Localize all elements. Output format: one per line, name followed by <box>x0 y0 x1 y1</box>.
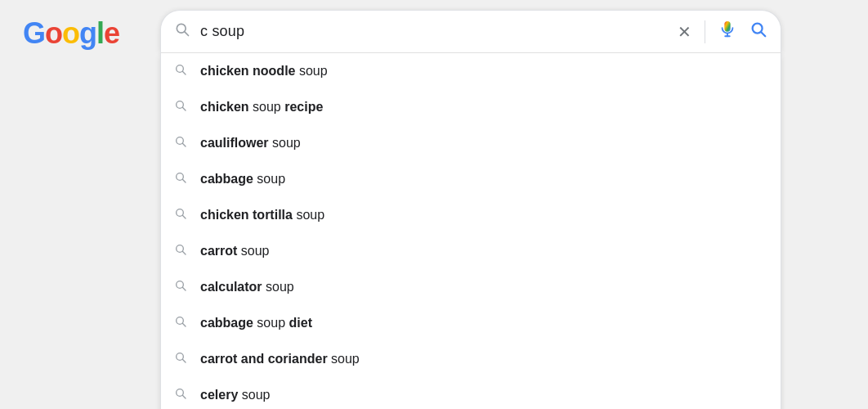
svg-line-23 <box>182 359 186 362</box>
suggestion-search-icon <box>174 387 187 403</box>
suggestion-item[interactable]: chicken tortilla soup <box>161 197 781 233</box>
search-button[interactable] <box>749 20 767 43</box>
suggestion-item[interactable]: cauliflower soup <box>161 125 781 161</box>
suggestion-search-icon <box>174 63 187 79</box>
search-query[interactable]: c soup <box>200 23 671 40</box>
suggestion-item[interactable]: carrot and coriander soup <box>161 341 781 377</box>
suggestion-search-icon <box>174 99 187 115</box>
suggestion-text: cauliflower soup <box>200 136 301 151</box>
google-logo: Google <box>23 16 119 51</box>
search-container: c soup ✕ <box>160 10 781 409</box>
suggestion-item[interactable]: cabbage soup diet <box>161 305 781 341</box>
suggestion-search-icon <box>174 171 187 187</box>
search-bar[interactable]: c soup ✕ <box>160 10 781 52</box>
logo-e: e <box>104 16 119 50</box>
logo-o2: o <box>62 16 79 50</box>
suggestion-text: cabbage soup diet <box>200 316 312 330</box>
page-background: Google c soup ✕ <box>0 0 868 409</box>
search-actions: ✕ <box>678 20 767 43</box>
svg-line-17 <box>182 251 186 254</box>
svg-line-7 <box>182 71 186 74</box>
svg-line-9 <box>182 107 186 110</box>
suggestion-text: carrot soup <box>200 244 270 258</box>
suggestion-search-icon <box>174 243 187 259</box>
svg-line-13 <box>182 179 186 182</box>
suggestion-item[interactable]: carrot soup <box>161 233 781 269</box>
suggestion-item[interactable]: chicken soup recipe <box>161 89 781 125</box>
suggestion-item[interactable]: celery soup <box>161 377 781 409</box>
logo-l: l <box>96 16 104 50</box>
svg-line-5 <box>761 32 765 36</box>
suggestion-text: carrot and coriander soup <box>200 352 360 366</box>
suggestions-dropdown: chicken noodle soup chicken soup recipe <box>160 52 781 409</box>
svg-line-21 <box>182 323 186 326</box>
search-icon-left <box>174 21 190 42</box>
svg-line-11 <box>182 143 186 146</box>
clear-button[interactable]: ✕ <box>678 24 691 40</box>
suggestion-search-icon <box>174 315 187 331</box>
svg-line-25 <box>182 395 186 398</box>
suggestion-search-icon <box>174 351 187 367</box>
logo-o1: o <box>45 16 62 50</box>
suggestion-search-icon <box>174 279 187 295</box>
suggestion-item[interactable]: calculator soup <box>161 269 781 305</box>
suggestion-item[interactable]: cabbage soup <box>161 161 781 197</box>
suggestion-text: chicken soup recipe <box>200 100 323 115</box>
svg-line-1 <box>185 32 189 36</box>
suggestion-search-icon <box>174 207 187 223</box>
suggestion-search-icon <box>174 135 187 151</box>
logo-g2: g <box>79 16 96 50</box>
suggestion-text: calculator soup <box>200 280 294 294</box>
suggestion-text: celery soup <box>200 388 270 402</box>
logo-g1: G <box>23 16 45 50</box>
mic-button[interactable] <box>718 20 736 43</box>
suggestion-text: chicken tortilla soup <box>200 208 324 222</box>
suggestion-item[interactable]: chicken noodle soup <box>161 53 781 89</box>
svg-line-19 <box>182 287 186 290</box>
suggestion-text: chicken noodle soup <box>200 64 328 79</box>
divider <box>705 20 705 43</box>
suggestion-text: cabbage soup <box>200 172 285 187</box>
svg-line-15 <box>182 215 186 218</box>
